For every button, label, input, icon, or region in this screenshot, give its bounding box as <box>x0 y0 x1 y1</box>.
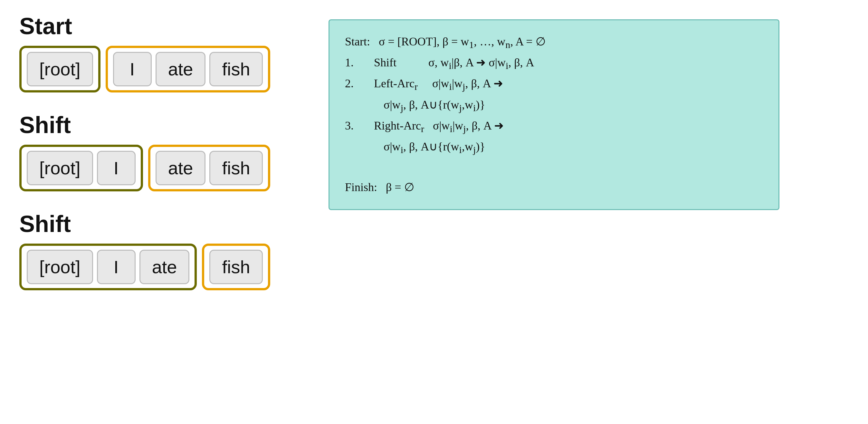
token-root-2: [root] <box>27 151 93 185</box>
shift2-stack-group: [root] I ate <box>19 244 197 290</box>
shift1-stack-group: [root] I <box>19 145 143 191</box>
shift1-buffer-group: ate fish <box>148 145 270 191</box>
start-buffer-group: I ate fish <box>106 46 270 92</box>
right-panel: Start: σ = [ROOT], β = w1, …, wn, A = ∅ … <box>329 13 849 411</box>
token-fish: fish <box>209 52 262 86</box>
token-root-3: [root] <box>27 250 93 284</box>
info-line-finish: Finish: β = ∅ <box>345 178 763 197</box>
info-line-2a: 2. Left-Arcr σ|wi|wj, β, A ➜ <box>345 74 763 95</box>
token-ate-3: ate <box>140 250 190 284</box>
section-shift1-row: [root] I ate fish <box>19 145 309 191</box>
token-ate: ate <box>156 52 206 86</box>
info-line-2b: σ|wj, β, A∪{r(wj,wi)} <box>345 95 763 116</box>
section-shift2: Shift [root] I ate fish <box>19 211 309 290</box>
info-line-3b: σ|wi, β, A∪{r(wi,wj)} <box>345 137 763 158</box>
token-I: I <box>113 52 152 86</box>
section-start-row: [root] I ate fish <box>19 46 309 92</box>
token-root: [root] <box>27 52 93 86</box>
shift2-buffer-group: fish <box>202 244 270 290</box>
section-shift1: Shift [root] I ate fish <box>19 112 309 191</box>
token-fish-3: fish <box>209 250 262 284</box>
info-box: Start: σ = [ROOT], β = w1, …, wn, A = ∅ … <box>329 19 779 210</box>
token-I-3: I <box>97 250 135 284</box>
section-shift2-label: Shift <box>19 211 309 237</box>
start-stack-group: [root] <box>19 46 100 92</box>
main-container: Start [root] I ate fish Shift [root] I <box>0 0 868 424</box>
info-line-1: 1. Shift σ, wi|β, A ➜ σ|wi, β, A <box>345 53 763 74</box>
left-panel: Start [root] I ate fish Shift [root] I <box>19 13 309 411</box>
token-I-2: I <box>97 151 135 185</box>
token-fish-2: fish <box>209 151 262 185</box>
section-shift2-row: [root] I ate fish <box>19 244 309 290</box>
section-start-label: Start <box>19 13 309 39</box>
section-shift1-label: Shift <box>19 112 309 138</box>
info-line-3a: 3. Right-Arcr σ|wi|wj, β, A ➜ <box>345 116 763 137</box>
token-ate-2: ate <box>156 151 206 185</box>
info-line-start: Start: σ = [ROOT], β = w1, …, wn, A = ∅ <box>345 32 763 53</box>
section-start: Start [root] I ate fish <box>19 13 309 92</box>
